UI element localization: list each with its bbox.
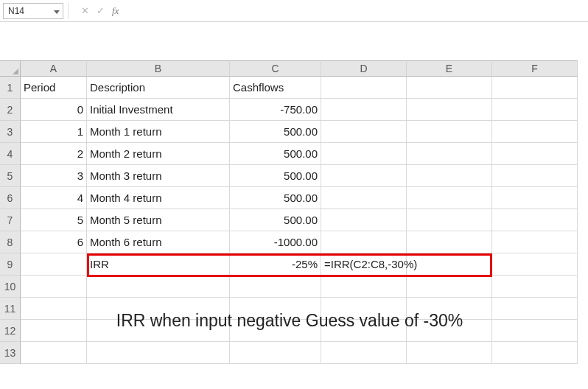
cell-C6[interactable]: 500.00 (230, 187, 321, 209)
cell-B13[interactable] (87, 342, 230, 364)
row-header[interactable]: 3 (0, 121, 21, 143)
cell-F9[interactable] (492, 253, 578, 276)
cell-E9[interactable] (407, 253, 492, 276)
cell-F4[interactable] (492, 143, 578, 165)
cell-C12[interactable] (230, 320, 321, 342)
cell-D5[interactable] (321, 165, 407, 187)
cell-D8[interactable] (321, 231, 407, 253)
cell-A9[interactable] (21, 253, 87, 276)
cell-C13[interactable] (230, 342, 321, 364)
cell-A10[interactable] (21, 276, 87, 298)
row-header[interactable]: 12 (0, 320, 21, 342)
cell-E6[interactable] (407, 187, 492, 209)
cell-D9[interactable]: =IRR(C2:C8,-30%) (321, 253, 407, 276)
col-header-C[interactable]: C (230, 60, 321, 77)
cell-F11[interactable] (492, 298, 578, 320)
cell-D2[interactable] (321, 99, 407, 121)
cell-E3[interactable] (407, 121, 492, 143)
select-all-corner[interactable] (0, 60, 21, 77)
cell-B4[interactable]: Month 2 return (87, 143, 230, 165)
cell-C2[interactable]: -750.00 (230, 99, 321, 121)
row-header[interactable]: 6 (0, 187, 21, 209)
cell-F6[interactable] (492, 187, 578, 209)
chevron-down-icon[interactable] (54, 6, 60, 16)
cell-A6[interactable]: 4 (21, 187, 87, 209)
cell-B1[interactable]: Description (87, 77, 230, 99)
cell-B7[interactable]: Month 5 return (87, 209, 230, 231)
row-header[interactable]: 5 (0, 165, 21, 187)
col-header-E[interactable]: E (407, 60, 492, 77)
cell-D4[interactable] (321, 143, 407, 165)
cell-E1[interactable] (407, 77, 492, 99)
cell-E10[interactable] (407, 276, 492, 298)
cell-B10[interactable] (87, 276, 230, 298)
cell-D6[interactable] (321, 187, 407, 209)
cell-A2[interactable]: 0 (21, 99, 87, 121)
col-header-F[interactable]: F (492, 60, 578, 77)
cell-A11[interactable] (21, 298, 87, 320)
cell-C7[interactable]: 500.00 (230, 209, 321, 231)
cell-B9[interactable]: IRR (87, 253, 230, 276)
cell-B6[interactable]: Month 4 return (87, 187, 230, 209)
cell-D11[interactable] (321, 298, 407, 320)
cell-B5[interactable]: Month 3 return (87, 165, 230, 187)
cell-F7[interactable] (492, 209, 578, 231)
confirm-icon[interactable]: ✓ (97, 5, 105, 16)
cell-A12[interactable] (21, 320, 87, 342)
cell-A13[interactable] (21, 342, 87, 364)
cell-E4[interactable] (407, 143, 492, 165)
row-header[interactable]: 4 (0, 143, 21, 165)
cell-C4[interactable]: 500.00 (230, 143, 321, 165)
row-header[interactable]: 1 (0, 77, 21, 99)
cell-F13[interactable] (492, 342, 578, 364)
col-header-B[interactable]: B (87, 60, 230, 77)
cell-C9[interactable]: -25% (230, 253, 321, 276)
cell-F2[interactable] (492, 99, 578, 121)
cell-E2[interactable] (407, 99, 492, 121)
row-header[interactable]: 8 (0, 231, 21, 253)
cell-F5[interactable] (492, 165, 578, 187)
formula-input[interactable] (127, 3, 585, 19)
cell-E5[interactable] (407, 165, 492, 187)
cell-F10[interactable] (492, 276, 578, 298)
cell-E8[interactable] (407, 231, 492, 253)
cell-B3[interactable]: Month 1 return (87, 121, 230, 143)
cell-B11[interactable] (87, 298, 230, 320)
col-header-D[interactable]: D (321, 60, 407, 77)
cell-A8[interactable]: 6 (21, 231, 87, 253)
cell-D7[interactable] (321, 209, 407, 231)
cell-B12[interactable] (87, 320, 230, 342)
cell-A3[interactable]: 1 (21, 121, 87, 143)
cell-E12[interactable] (407, 320, 492, 342)
spreadsheet-grid[interactable]: A B C D E F 1 Period Description Cashflo… (0, 60, 588, 364)
cell-D12[interactable] (321, 320, 407, 342)
row-header[interactable]: 7 (0, 209, 21, 231)
cell-C11[interactable] (230, 298, 321, 320)
cell-A4[interactable]: 2 (21, 143, 87, 165)
cancel-icon[interactable]: ✕ (81, 5, 89, 16)
cell-C8[interactable]: -1000.00 (230, 231, 321, 253)
row-header[interactable]: 13 (0, 342, 21, 364)
cell-A5[interactable]: 3 (21, 165, 87, 187)
cell-C1[interactable]: Cashflows (230, 77, 321, 99)
name-box[interactable]: N14 (3, 3, 63, 19)
cell-E11[interactable] (407, 298, 492, 320)
row-header[interactable]: 10 (0, 276, 21, 298)
cell-B8[interactable]: Month 6 return (87, 231, 230, 253)
cell-F1[interactable] (492, 77, 578, 99)
cell-F12[interactable] (492, 320, 578, 342)
cell-C5[interactable]: 500.00 (230, 165, 321, 187)
cell-A7[interactable]: 5 (21, 209, 87, 231)
row-header[interactable]: 9 (0, 253, 21, 276)
cell-D1[interactable] (321, 77, 407, 99)
cell-A1[interactable]: Period (21, 77, 87, 99)
col-header-A[interactable]: A (21, 60, 87, 77)
cell-E7[interactable] (407, 209, 492, 231)
cell-F3[interactable] (492, 121, 578, 143)
cell-C10[interactable] (230, 276, 321, 298)
fx-icon[interactable]: fx (112, 5, 119, 17)
cell-D3[interactable] (321, 121, 407, 143)
row-header[interactable]: 2 (0, 99, 21, 121)
cell-D13[interactable] (321, 342, 407, 364)
cell-F8[interactable] (492, 231, 578, 253)
